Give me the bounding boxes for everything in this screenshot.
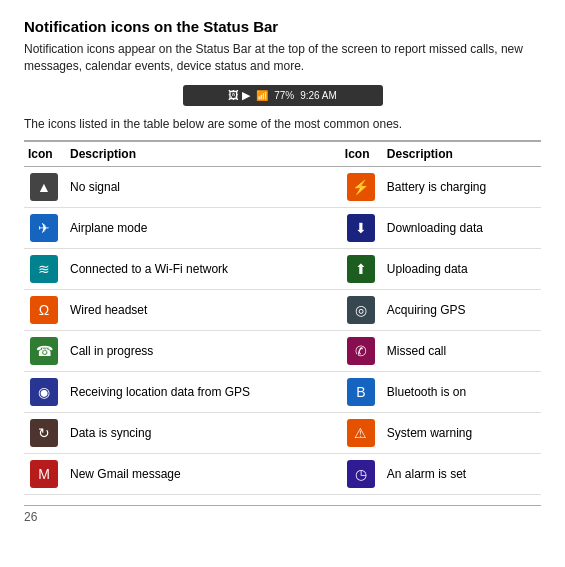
left-desc: Call in progress [66, 331, 341, 372]
right-icon-cell: B [341, 372, 383, 413]
right-desc: Uploading data [383, 249, 541, 290]
data-syncing-icon: ↻ [30, 419, 58, 447]
right-desc: Acquiring GPS [383, 290, 541, 331]
wired-headset-icon: Ω [30, 296, 58, 324]
battery-level: 77% [274, 90, 294, 101]
status-icons: 🖼 ▶ [228, 89, 250, 102]
no-signal-icon: ▲ [30, 173, 58, 201]
missed-call-icon: ✆ [347, 337, 375, 365]
table-row: Ω Wired headset ◎ Acquiring GPS [24, 290, 541, 331]
right-icon-cell: ◎ [341, 290, 383, 331]
signal-icon: ▶ [242, 89, 250, 102]
subtext: The icons listed in the table below are … [24, 116, 541, 133]
table-row: ☎ Call in progress ✆ Missed call [24, 331, 541, 372]
left-icon-cell: M [24, 454, 66, 495]
alarm-set-icon: ◷ [347, 460, 375, 488]
left-desc: Connected to a Wi-Fi network [66, 249, 341, 290]
right-icon-cell: ✆ [341, 331, 383, 372]
right-icon-cell: ⬆ [341, 249, 383, 290]
receiving-gps-icon: ◉ [30, 378, 58, 406]
col-icon-1: Icon [24, 141, 66, 167]
acquiring-gps-icon: ◎ [347, 296, 375, 324]
right-desc: Battery is charging [383, 167, 541, 208]
right-icon-cell: ⚠ [341, 413, 383, 454]
left-icon-cell: ◉ [24, 372, 66, 413]
left-icon-cell: ↻ [24, 413, 66, 454]
right-icon-cell: ◷ [341, 454, 383, 495]
airplane-mode-icon: ✈ [30, 214, 58, 242]
left-desc: New Gmail message [66, 454, 341, 495]
page-number: 26 [24, 505, 541, 524]
table-row: M New Gmail message ◷ An alarm is set [24, 454, 541, 495]
new-gmail-icon: M [30, 460, 58, 488]
left-icon-cell: Ω [24, 290, 66, 331]
left-desc: Airplane mode [66, 208, 341, 249]
col-desc-2: Description [383, 141, 541, 167]
bluetooth-icon: B [347, 378, 375, 406]
clock: 9:26 AM [300, 90, 337, 101]
right-desc: An alarm is set [383, 454, 541, 495]
table-row: ≋ Connected to a Wi-Fi network ⬆ Uploadi… [24, 249, 541, 290]
wifi-icon: ≋ [30, 255, 58, 283]
table-row: ◉ Receiving location data from GPS B Blu… [24, 372, 541, 413]
intro-text: Notification icons appear on the Status … [24, 41, 541, 75]
left-icon-cell: ☎ [24, 331, 66, 372]
right-icon-cell: ⚡ [341, 167, 383, 208]
right-desc: Bluetooth is on [383, 372, 541, 413]
left-icon-cell: ✈ [24, 208, 66, 249]
status-bar-demo: 🖼 ▶ 📶 77% 9:26 AM [183, 85, 383, 106]
table-row: ✈ Airplane mode ⬇ Downloading data [24, 208, 541, 249]
col-desc-1: Description [66, 141, 341, 167]
left-desc: Receiving location data from GPS [66, 372, 341, 413]
right-desc: System warning [383, 413, 541, 454]
battery-charging-icon: ⚡ [347, 173, 375, 201]
left-desc: Wired headset [66, 290, 341, 331]
icons-table: Icon Description Icon Description ▲ No s… [24, 140, 541, 495]
table-row: ▲ No signal ⚡ Battery is charging [24, 167, 541, 208]
signal-bars: 📶 [256, 90, 268, 101]
image-icon: 🖼 [228, 89, 239, 101]
left-icon-cell: ▲ [24, 167, 66, 208]
right-desc: Downloading data [383, 208, 541, 249]
col-icon-2: Icon [341, 141, 383, 167]
uploading-icon: ⬆ [347, 255, 375, 283]
system-warning-icon: ⚠ [347, 419, 375, 447]
call-in-progress-icon: ☎ [30, 337, 58, 365]
table-row: ↻ Data is syncing ⚠ System warning [24, 413, 541, 454]
downloading-icon: ⬇ [347, 214, 375, 242]
left-icon-cell: ≋ [24, 249, 66, 290]
left-desc: No signal [66, 167, 341, 208]
right-desc: Missed call [383, 331, 541, 372]
page-title: Notification icons on the Status Bar [24, 18, 541, 35]
left-desc: Data is syncing [66, 413, 341, 454]
right-icon-cell: ⬇ [341, 208, 383, 249]
